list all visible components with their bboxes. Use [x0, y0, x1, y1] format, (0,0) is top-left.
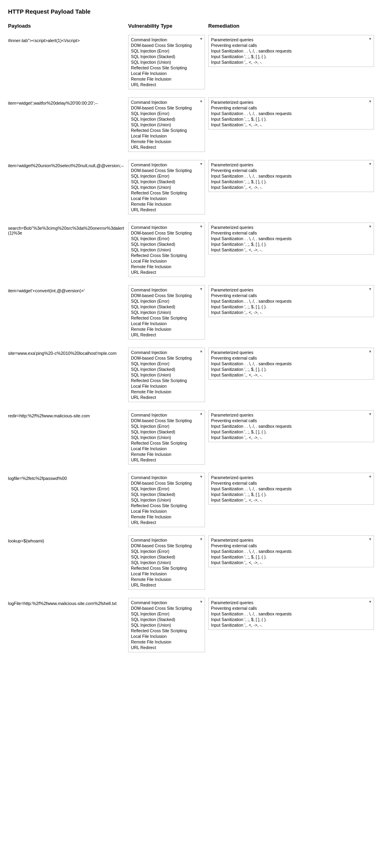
vuln-type-dropdown[interactable]: Command InjectionDOM-based Cross Site Sc… — [128, 160, 205, 214]
vuln-type-dropdown[interactable]: Command InjectionDOM-based Cross Site Sc… — [128, 410, 205, 465]
vuln-item: Reflected Cross Site Scripting — [131, 378, 202, 383]
remediation-item: Input Sanitization ', ;, $, [ ], ( ). — [211, 429, 371, 435]
remediation-item: Input Sanitization ',. <, ->, -. — [211, 310, 371, 315]
page-title: HTTP Request Payload Table — [8, 8, 374, 15]
payload-text: #inner-tab"><script>alert(1)<\/script> — [8, 35, 128, 43]
vuln-item: Local File Inclusion — [131, 508, 202, 514]
vuln-item: DOM-based Cross Site Scripting — [131, 355, 202, 361]
vuln-item: SQL Injection (Error) — [131, 298, 202, 304]
remediation-dropdown[interactable]: Parameterized queriesPreventing external… — [208, 97, 374, 129]
remediation-item: Preventing external calls — [211, 168, 371, 173]
vuln-type-dropdown[interactable]: Command InjectionDOM-based Cross Site Sc… — [128, 35, 205, 89]
remediation-item: Parameterized queries — [211, 537, 371, 543]
vuln-item: URL Redirect — [131, 144, 202, 150]
vuln-item: SQL Injection (Stacked) — [131, 304, 202, 310]
table-row: site=www.exa'ping%20-c%2010%20localhost'… — [8, 348, 374, 402]
vuln-item: Local File Inclusion — [131, 133, 202, 139]
remediation-dropdown[interactable]: Parameterized queriesPreventing external… — [208, 473, 374, 505]
remediation-dropdown[interactable]: Parameterized queriesPreventing external… — [208, 223, 374, 255]
vuln-type-dropdown[interactable]: Command InjectionDOM-based Cross Site Sc… — [128, 535, 205, 590]
table-row: #inner-tab"><script>alert(1)<\/script>Co… — [8, 35, 374, 89]
vuln-type-dropdown[interactable]: Command InjectionDOM-based Cross Site Sc… — [128, 598, 205, 652]
vuln-type-dropdown[interactable]: Command InjectionDOM-based Cross Site Sc… — [128, 223, 205, 277]
remediation-item: Input Sanitization . . \, /, . sandbox r… — [211, 486, 371, 492]
remediation-item: Preventing external calls — [211, 418, 371, 423]
remediation-item: Input Sanitization ',. <, ->, -. — [211, 560, 371, 565]
vuln-item: Local File Inclusion — [131, 446, 202, 451]
vuln-item: Remote File Inclusion — [131, 76, 202, 82]
remediation-item: Preventing external calls — [211, 605, 371, 611]
vuln-item: SQL Injection (Error) — [131, 48, 202, 54]
remediation-item: Preventing external calls — [211, 105, 371, 111]
remediation-item: Preventing external calls — [211, 293, 371, 298]
vuln-item: Remote File Inclusion — [131, 139, 202, 144]
remediation-dropdown[interactable]: Parameterized queriesPreventing external… — [208, 598, 374, 630]
vuln-item: Reflected Cross Site Scripting — [131, 440, 202, 446]
vuln-item: DOM-based Cross Site Scripting — [131, 42, 202, 48]
remediation-item: Parameterized queries — [211, 412, 371, 418]
table-row: redir=http:%2f%2fwww.malicious-site.comC… — [8, 410, 374, 465]
remediation-item: Input Sanitization . . \, /, . sandbox r… — [211, 48, 371, 54]
vuln-item: DOM-based Cross Site Scripting — [131, 293, 202, 298]
vuln-type-dropdown[interactable]: Command InjectionDOM-based Cross Site Sc… — [128, 97, 205, 152]
vuln-item: URL Redirect — [131, 582, 202, 588]
remediation-dropdown[interactable]: Parameterized queriesPreventing external… — [208, 348, 374, 380]
vuln-item: SQL Injection (Stacked) — [131, 241, 202, 247]
vuln-item: Reflected Cross Site Scripting — [131, 127, 202, 133]
vuln-item: Reflected Cross Site Scripting — [131, 315, 202, 321]
vuln-item: SQL Injection (Error) — [131, 611, 202, 617]
vuln-item: Reflected Cross Site Scripting — [131, 190, 202, 196]
vuln-item: Command Injection — [131, 350, 202, 355]
vuln-item: DOM-based Cross Site Scripting — [131, 418, 202, 423]
remediation-item: Preventing external calls — [211, 42, 371, 48]
remediation-item: Input Sanitization ',. <, ->, -. — [211, 435, 371, 440]
vuln-type-dropdown[interactable]: Command InjectionDOM-based Cross Site Sc… — [128, 473, 205, 527]
remediation-item: Input Sanitization . . \, /, . sandbox r… — [211, 611, 371, 617]
remediation-item: Input Sanitization ', ;, $, [ ], ( ). — [211, 116, 371, 122]
remediation-dropdown[interactable]: Parameterized queriesPreventing external… — [208, 535, 374, 567]
vuln-item: Command Injection — [131, 225, 202, 230]
remediation-item: Input Sanitization . . \, /, . sandbox r… — [211, 423, 371, 429]
vuln-item: SQL Injection (Union) — [131, 497, 202, 503]
vuln-item: SQL Injection (Stacked) — [131, 492, 202, 497]
payload-text: item=widget';waitfor%20delay%20'00:00:20… — [8, 97, 128, 105]
table-row: logfile=%2fetc%2fpasswd%00Command Inject… — [8, 473, 374, 527]
payload-text: item=widget%20union%20select%20null,null… — [8, 160, 128, 168]
table-row: lookup=$(whoami)Command InjectionDOM-bas… — [8, 535, 374, 590]
remediation-item: Input Sanitization . . \, /, . sandbox r… — [211, 298, 371, 304]
remediation-dropdown[interactable]: Parameterized queriesPreventing external… — [208, 35, 374, 67]
vuln-item: Local File Inclusion — [131, 258, 202, 264]
vuln-item: Command Injection — [131, 600, 202, 605]
payload-text: logFile=http:%2f%2fwww.malicious-site.co… — [8, 598, 128, 606]
remediation-item: Parameterized queries — [211, 600, 371, 605]
vuln-item: Local File Inclusion — [131, 196, 202, 201]
vuln-item: SQL Injection (Error) — [131, 486, 202, 492]
remediation-dropdown[interactable]: Parameterized queriesPreventing external… — [208, 160, 374, 192]
vuln-type-dropdown[interactable]: Command InjectionDOM-based Cross Site Sc… — [128, 348, 205, 402]
vuln-item: SQL Injection (Union) — [131, 184, 202, 190]
vuln-item: URL Redirect — [131, 332, 202, 338]
vuln-item: DOM-based Cross Site Scripting — [131, 605, 202, 611]
remediation-item: Input Sanitization ',. <, ->, -. — [211, 622, 371, 628]
vuln-item: Remote File Inclusion — [131, 451, 202, 457]
remediation-item: Input Sanitization . . \, /, . sandbox r… — [211, 361, 371, 366]
vuln-item: SQL Injection (Union) — [131, 622, 202, 628]
remediation-item: Parameterized queries — [211, 287, 371, 293]
vuln-item: SQL Injection (Error) — [131, 111, 202, 116]
vuln-item: Remote File Inclusion — [131, 389, 202, 395]
table-row: search=Bob"%3e%3cimg%20src%3da%20onerror… — [8, 223, 374, 277]
vuln-item: Command Injection — [131, 99, 202, 105]
vuln-item: Reflected Cross Site Scripting — [131, 565, 202, 571]
vuln-item: DOM-based Cross Site Scripting — [131, 480, 202, 486]
vuln-item: Local File Inclusion — [131, 321, 202, 326]
vuln-item: URL Redirect — [131, 520, 202, 525]
vuln-type-dropdown[interactable]: Command InjectionDOM-based Cross Site Sc… — [128, 285, 205, 340]
vuln-item: Remote File Inclusion — [131, 201, 202, 207]
remediation-dropdown[interactable]: Parameterized queriesPreventing external… — [208, 285, 374, 317]
payload-text: lookup=$(whoami) — [8, 535, 128, 543]
remediation-item: Parameterized queries — [211, 350, 371, 355]
col-header-remediation: Remediation — [208, 23, 374, 29]
remediation-dropdown[interactable]: Parameterized queriesPreventing external… — [208, 410, 374, 442]
remediation-item: Preventing external calls — [211, 543, 371, 548]
vuln-item: URL Redirect — [131, 207, 202, 212]
